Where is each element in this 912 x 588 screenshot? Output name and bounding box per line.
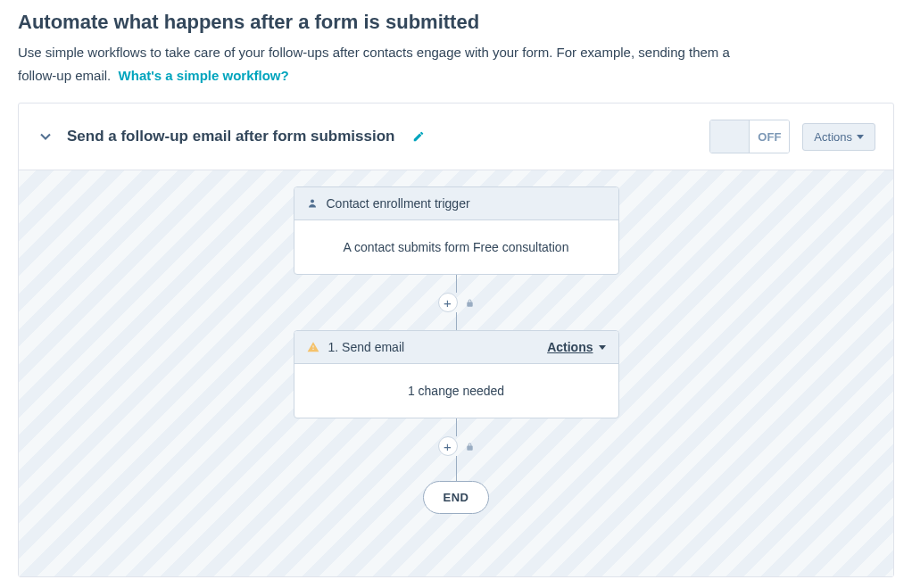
connector-line bbox=[456, 275, 457, 293]
add-step-button[interactable]: + bbox=[438, 436, 458, 456]
page-title: Automate what happens after a form is su… bbox=[18, 11, 894, 34]
end-node: END bbox=[423, 481, 490, 514]
step-body: 1 change needed bbox=[294, 364, 618, 418]
connector-line bbox=[456, 456, 457, 481]
workflow-canvas: Contact enrollment trigger A contact sub… bbox=[19, 170, 893, 576]
trigger-title: Contact enrollment trigger bbox=[327, 196, 470, 211]
lock-icon bbox=[465, 441, 475, 452]
contact-icon bbox=[307, 197, 318, 210]
svg-point-0 bbox=[311, 200, 314, 203]
connector-line bbox=[456, 418, 457, 436]
step-node[interactable]: 1. Send email Actions 1 change needed bbox=[294, 330, 619, 418]
step-title: 1. Send email bbox=[328, 340, 405, 354]
workflow-flow: Contact enrollment trigger A contact sub… bbox=[19, 186, 893, 514]
simple-workflow-link[interactable]: What's a simple workflow? bbox=[119, 68, 289, 83]
chevron-down-icon[interactable] bbox=[37, 128, 54, 145]
workflow-name: Send a follow-up email after form submis… bbox=[67, 128, 394, 145]
workflow-actions-button[interactable]: Actions bbox=[802, 123, 875, 151]
add-step-row-1: + bbox=[438, 293, 475, 312]
pencil-icon[interactable] bbox=[412, 130, 425, 143]
workflow-actions-label: Actions bbox=[814, 130, 852, 144]
workflow-toggle[interactable]: OFF bbox=[709, 120, 790, 153]
page-description: Use simple workflows to take care of you… bbox=[18, 41, 732, 87]
trigger-node[interactable]: Contact enrollment trigger A contact sub… bbox=[294, 186, 619, 275]
toggle-on-half[interactable] bbox=[710, 120, 750, 153]
caret-down-icon bbox=[857, 135, 864, 139]
step-actions-button[interactable]: Actions bbox=[547, 340, 593, 354]
step-node-header: 1. Send email Actions bbox=[294, 331, 618, 364]
workflow-panel-header: Send a follow-up email after form submis… bbox=[19, 104, 893, 170]
connector-line bbox=[456, 312, 457, 330]
trigger-node-header: Contact enrollment trigger bbox=[294, 187, 618, 220]
trigger-body: A contact submits form Free consultation bbox=[294, 220, 618, 274]
lock-icon bbox=[465, 297, 475, 309]
add-step-row-2: + bbox=[438, 436, 475, 456]
add-step-button[interactable]: + bbox=[438, 293, 458, 312]
toggle-off-half[interactable]: OFF bbox=[750, 120, 789, 153]
caret-down-icon bbox=[599, 345, 606, 350]
workflow-panel: Send a follow-up email after form submis… bbox=[18, 103, 894, 577]
warning-icon bbox=[307, 341, 319, 353]
